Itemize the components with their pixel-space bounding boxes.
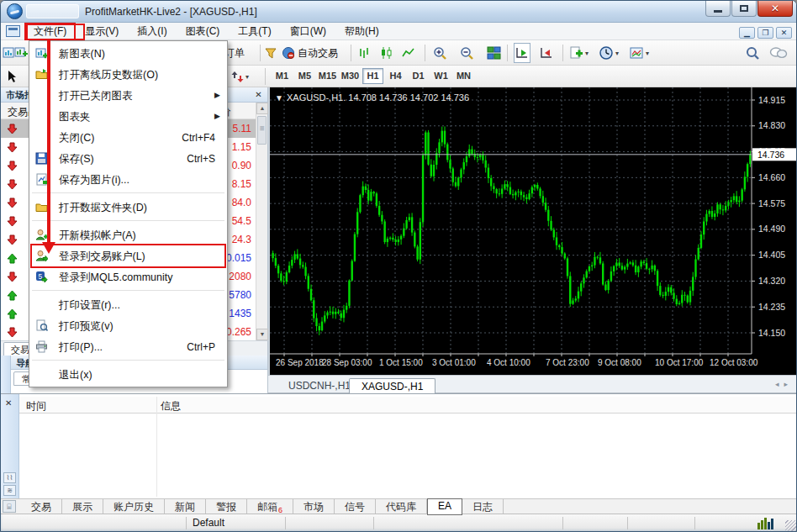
zoom-in-icon[interactable] <box>433 43 448 63</box>
chat-icon[interactable] <box>769 43 788 63</box>
mdi-close-button[interactable]: ✕ <box>776 27 792 39</box>
chart-window-icon[interactable] <box>6 25 20 37</box>
bid-value: 0.015 <box>226 252 251 264</box>
file-menu-item-打开已关闭图表[interactable]: 打开已关闭图表▶ <box>29 85 227 106</box>
timeframe-M1[interactable]: M1 <box>272 68 293 84</box>
terminal-tab-EA[interactable]: EA <box>427 498 462 515</box>
open-chart-icon[interactable] <box>14 43 29 63</box>
profile-name[interactable]: Default <box>193 517 224 529</box>
line-chart-icon[interactable] <box>401 43 416 63</box>
timeframe-MN[interactable]: MN <box>453 68 474 84</box>
resize-grip[interactable] <box>785 520 796 531</box>
terminal-tab-信号[interactable]: 信号 <box>335 499 376 514</box>
annotation-arrow-head-icon <box>42 242 55 254</box>
timeframe-H1[interactable]: H1 <box>362 68 383 84</box>
svg-text:14.830: 14.830 <box>758 120 785 130</box>
zoom-out-icon[interactable] <box>460 43 475 63</box>
title-bar[interactable]: ProfitMarketHK-Live2 - [XAGUSD-,H1] ✕ <box>1 1 797 23</box>
periods-button[interactable]: ▾ <box>599 43 619 63</box>
chart-canvas[interactable]: 14.91514.83014.74514.66014.57514.49014.4… <box>270 87 797 375</box>
file-menu-item-打印设置r[interactable]: 打印设置(r)... <box>29 294 227 315</box>
close-icon: ✕ <box>771 3 779 14</box>
file-menu-item-保存S[interactable]: 保存(S)Ctrl+S <box>29 148 227 169</box>
chart-ohlc-title: XAGUSD-,H1. 14.708 14.736 14.702 14.736 <box>287 92 469 103</box>
file-menu-item-登录到MQL5community[interactable]: 5登录到MQL5.community <box>29 266 227 287</box>
close-button[interactable]: ✕ <box>757 1 793 17</box>
templates-caret-icon: ▾ <box>646 50 649 57</box>
timeframe-M15[interactable]: M15 <box>317 68 338 84</box>
menu-窗口W[interactable]: 窗口(W) <box>281 23 335 40</box>
updown-arrows-button[interactable]: ▾ <box>231 66 249 87</box>
terminal-tab-新闻[interactable]: 新闻 <box>165 499 206 514</box>
market-watch-scrollbar[interactable]: ▲ ▼ <box>256 103 267 340</box>
file-menu-item-打开离线历史数据O[interactable]: 打开离线历史数据(O) <box>29 64 227 85</box>
chart-tab-xagusd[interactable]: XAGUSD-,H1 <box>349 378 435 394</box>
terminal-column-divider <box>156 397 157 497</box>
scroll-down-icon[interactable]: ▼ <box>256 329 268 340</box>
menu-item-label: 开新模拟帐户(A) <box>59 229 136 243</box>
file-menu-item-图表夹[interactable]: 图表夹▶ <box>29 106 227 127</box>
menu-item-label: 退出(x) <box>59 368 92 382</box>
file-menu-item-打印P[interactable]: 打印(P)...Ctrl+P <box>29 336 227 357</box>
scrollbar-thumb[interactable] <box>257 116 267 145</box>
data-folder-icon <box>35 201 48 213</box>
updown-caret-icon: ▾ <box>245 73 249 81</box>
panel-toggle-icon[interactable]: ⌸ <box>3 500 16 513</box>
mdi-minimize-button[interactable]: ▁ <box>739 27 755 39</box>
menu-工具T[interactable]: 工具(T) <box>229 23 280 40</box>
timeframe-W1[interactable]: W1 <box>430 68 451 84</box>
terminal-tab-代码库[interactable]: 代码库 <box>376 499 427 514</box>
terminal-tab-交易[interactable]: 交易 <box>21 499 62 514</box>
menu-item-label: 打印预览(v) <box>59 319 113 334</box>
timeframe-D1[interactable]: D1 <box>408 68 429 84</box>
tab-scroll-arrows-icon[interactable]: ◂▸ <box>775 380 793 388</box>
bid-value: 2080 <box>229 271 251 282</box>
candlestick-icon[interactable] <box>379 43 394 63</box>
news-strip-icon[interactable]: ≋ <box>3 485 16 496</box>
chart-tab-bar: USDCNH-,H1 XAGUSD-,H1 ◂▸ <box>268 375 797 393</box>
bar-chart-icon[interactable] <box>357 43 372 63</box>
file-menu-item-新图表N[interactable]: 新图表(N) <box>29 43 227 64</box>
indicators-button[interactable]: ▾ <box>569 43 589 63</box>
save-picture-icon <box>35 173 48 186</box>
scroll-up-icon[interactable]: ▲ <box>256 103 268 114</box>
file-menu-item-开新模拟帐户A[interactable]: 开新模拟帐户(A) <box>29 224 227 245</box>
templates-button[interactable]: ▾ <box>630 43 649 63</box>
new-account-icon <box>35 229 48 241</box>
terminal-tab-市场[interactable]: 市场 <box>293 499 335 514</box>
file-menu-item-退出x[interactable]: 退出(x) <box>29 364 227 385</box>
chart-shift-icon[interactable] <box>514 43 530 63</box>
up-arrow-icon <box>7 290 18 301</box>
market-watch-close-icon[interactable]: ✕ <box>253 89 264 100</box>
terminal-close-icon[interactable]: ✕ <box>5 398 12 408</box>
terminal-tab-警报[interactable]: 警报 <box>206 499 247 514</box>
autotrading-button[interactable]: 自动交易 <box>282 43 338 63</box>
timeframe-M5[interactable]: M5 <box>294 68 315 84</box>
menu-帮助H[interactable]: 帮助(H) <box>335 23 388 40</box>
maximize-button[interactable] <box>731 1 757 17</box>
down-arrow-icon <box>7 271 18 282</box>
timeframe-M30[interactable]: M30 <box>340 68 361 84</box>
search-icon[interactable] <box>746 43 761 63</box>
menu-插入I[interactable]: 插入(I) <box>128 23 176 40</box>
file-menu-item-保存为图片i[interactable]: 保存为图片(i)... <box>29 169 227 190</box>
terminal-tab-邮箱[interactable]: 邮箱6 <box>247 499 293 514</box>
timeframe-H4[interactable]: H4 <box>385 68 406 84</box>
file-menu-item-打印预览v[interactable]: 打印预览(v) <box>29 315 227 336</box>
svg-text:14.405: 14.405 <box>758 250 785 260</box>
file-menu-item-打开数据文件夹D[interactable]: 打开数据文件夹(D) <box>29 197 227 218</box>
terminal-dock-strip: ✕ ⌇⌇ ≋ <box>1 394 19 499</box>
auto-scroll-icon[interactable] <box>539 43 554 63</box>
mdi-restore-button[interactable]: ❐ <box>757 27 773 39</box>
file-menu-item-关闭C[interactable]: 关闭(C)Ctrl+F4 <box>29 127 227 148</box>
bid-value: 8.15 <box>232 178 251 190</box>
cursor-icon[interactable] <box>6 66 18 87</box>
minimize-button[interactable] <box>705 1 731 17</box>
tile-windows-icon[interactable] <box>487 43 501 63</box>
ticker-icon[interactable]: ⌇⌇ <box>3 472 16 483</box>
menu-图表C[interactable]: 图表(C) <box>177 23 230 40</box>
terminal-tab-日志[interactable]: 日志 <box>462 499 504 514</box>
terminal-tab-展示[interactable]: 展示 <box>62 499 103 514</box>
mql5-market-icon[interactable] <box>263 43 278 63</box>
terminal-tab-账户历史[interactable]: 账户历史 <box>103 499 165 514</box>
